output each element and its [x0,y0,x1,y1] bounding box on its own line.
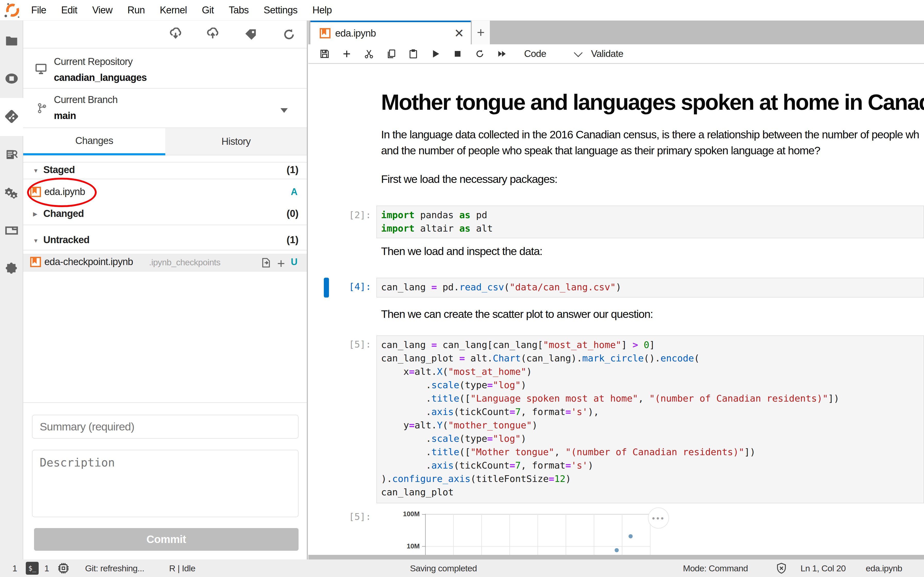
terminals-count[interactable]: 1 [12,559,17,577]
md-then-create: Then we can create the scatter plot to a… [381,308,653,321]
repository-icon [35,63,47,75]
cell-type-caret-icon[interactable] [573,48,582,57]
dock-tab-bar: eda.ipynb ✕ + [309,21,924,44]
tab-changes[interactable]: Changes [23,128,165,155]
new-tab-button[interactable]: + [472,21,490,44]
code-line: y=alt.Y("mother_tongue") [381,419,924,432]
menu-edit[interactable]: Edit [53,5,84,16]
branch-dropdown-caret[interactable] [281,108,288,113]
main-dock: eda.ipynb ✕ + + [309,21,924,559]
mode-indicator[interactable]: Mode: Command [683,559,748,577]
saving-status: Saving completed [379,559,508,577]
scatter-point [615,548,619,552]
notebook-file-icon [30,257,41,267]
menu-file[interactable]: File [24,5,53,16]
stage-plus-icon[interactable]: + [277,256,285,271]
active-file-name: eda.ipynb [866,559,902,577]
kernel-chip-icon [57,559,69,577]
caret-right-icon: ▶ [33,211,37,218]
kernels-count[interactable]: 1 [44,559,49,577]
restart-kernel-icon[interactable] [475,48,485,60]
running-kernels-icon[interactable] [0,66,23,91]
repo-value: canadian_languages [54,72,147,83]
notebook-file-icon [320,28,331,39]
menu-view[interactable]: View [85,5,120,16]
code-line: ).configure_axis(titleFontSize=12) [381,472,924,485]
section-changed[interactable]: ▶ Changed (0) [23,206,307,222]
notebook-tab[interactable]: eda.ipynb ✕ [310,21,471,44]
summary-input[interactable] [32,415,299,439]
property-inspector-icon[interactable] [0,142,23,167]
code-line: .scale(type="log") [381,432,924,445]
add-cell-icon[interactable]: + [342,48,352,60]
git-push-icon[interactable] [205,21,220,48]
open-file-icon[interactable] [260,256,272,269]
notebook-content: Mother tongue and languages spoken at ho… [309,66,924,555]
jupyterlab-app: File Edit View Run Kernel Git Tabs Setti… [0,0,924,577]
active-cell-indicator [324,278,329,298]
git-tag-icon[interactable] [243,21,258,48]
validate-button[interactable]: Validate [591,48,624,59]
code-line: can_lang_plot [381,485,924,499]
cut-cells-icon[interactable] [364,48,374,60]
terminal-icon[interactable]: $_ [26,559,39,577]
code-line: .axis(tickCount=7, format='s') [381,459,924,472]
menu-tabs[interactable]: Tabs [221,5,256,16]
code-line: import altair as alt [381,222,924,235]
code-cell-5[interactable]: can_lang = can_lang[can_lang["most_at_ho… [376,335,924,503]
branch-icon [36,102,48,114]
extension-puzzle-icon[interactable] [0,256,23,281]
md-first-packages: First we load the necessary packages: [381,173,557,185]
tab-history[interactable]: History [165,128,307,155]
status-bar: 1 $_ 1 Git: refreshing... R | Idle Savin… [0,559,924,577]
file-browser-icon[interactable] [0,28,23,53]
md-heading: Mother tongue and languages spoken at ho… [381,89,924,115]
section-untracked[interactable]: ▼ Untracked (1) [23,232,307,249]
code-line: .axis(tickCount=7, format='s'), [381,405,924,419]
tab-close-icon[interactable]: ✕ [454,26,464,40]
git-status[interactable]: Git: refreshing... [85,559,144,577]
code-line: .title(["Mother tongue", "(number of Can… [381,445,924,459]
status-badge-untracked: U [291,256,297,268]
notebook-tools-icon[interactable] [0,218,23,243]
caret-down-icon: ▼ [33,237,39,244]
cell4-prompt: [4]: [349,281,371,292]
copy-cells-icon[interactable] [386,48,396,60]
cursor-position[interactable]: Ln 1, Col 20 [801,559,846,577]
code-cell-2[interactable]: import pandas as pdimport altair as alt [376,206,924,238]
menu-run[interactable]: Run [120,5,152,16]
menu-kernel[interactable]: Kernel [152,5,194,16]
save-icon[interactable] [320,48,330,60]
cell2-prompt: [2]: [349,210,371,220]
settings-gears-icon[interactable] [0,181,23,205]
run-cell-icon[interactable] [430,48,441,60]
red-circle-annotation [27,178,97,207]
cell-type-dropdown[interactable]: Code [524,48,546,59]
description-textarea[interactable] [32,450,299,517]
git-panel: Current Repository canadian_languages Cu… [23,21,308,559]
section-staged[interactable]: ▼ Staged (1) [23,162,307,179]
kernel-status[interactable]: R | Idle [169,559,195,577]
menu-help[interactable]: Help [305,5,339,16]
code-line: .title(["Language spoken most at home", … [381,392,924,405]
jupyter-logo-icon [0,0,24,21]
git-refresh-icon[interactable] [281,21,297,48]
untracked-file-row[interactable]: eda-checkpoint.ipynb .ipynb_checkpoints … [23,254,307,272]
paste-cells-icon[interactable] [408,48,418,60]
commit-button[interactable]: Commit [34,528,299,551]
code-line: can_lang = can_lang[can_lang["most_at_ho… [381,338,924,351]
stop-kernel-icon[interactable] [452,48,463,60]
code-cell-4[interactable]: can_lang = pd.read_csv("data/can_lang.cs… [376,278,924,298]
code-line: import pandas as pd [381,208,924,222]
caret-down-icon: ▼ [33,168,39,174]
menu-settings[interactable]: Settings [256,5,305,16]
code-line: x=alt.X("most_at_home") [381,365,924,379]
branch-label: Current Branch [54,94,118,105]
notebook-toolbar: + Code Validate [309,44,924,64]
scatter-plot-output: 100M 10M ●●● [309,504,924,555]
run-all-icon[interactable] [497,48,507,60]
git-pull-icon[interactable] [168,21,183,48]
output-more-button[interactable]: ●●● [648,508,669,529]
git-icon[interactable] [0,104,23,129]
menu-git[interactable]: Git [194,5,221,16]
